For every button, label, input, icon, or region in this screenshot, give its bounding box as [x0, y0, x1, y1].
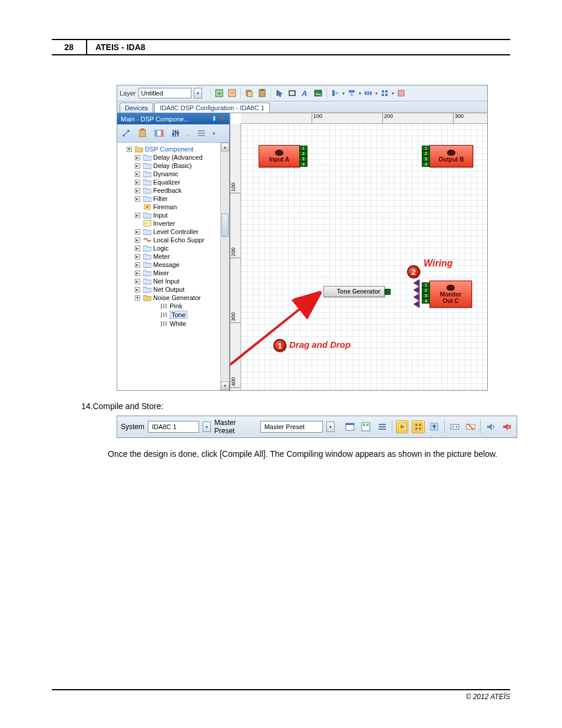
expand-icon[interactable]: ▸ [135, 287, 140, 292]
output-pin[interactable] [385, 289, 391, 295]
scroll-up-icon[interactable]: ▴ [221, 143, 229, 151]
block-input-a[interactable]: Input A 1 2 3 4 [259, 145, 300, 167]
tree-item[interactable]: ▸Level Controller [135, 228, 228, 236]
component-tree[interactable]: ▾ DSP Component ▸Delay (Advanced▸Delay (… [117, 143, 229, 390]
pointer-tool-icon[interactable] [273, 87, 285, 99]
scrollbar[interactable]: ▴ ▾ [220, 143, 229, 390]
tree-item[interactable]: ▸Delay (Basic) [135, 162, 228, 170]
tree-item[interactable]: ▾Noise Generator [135, 294, 228, 302]
tree-item[interactable]: ▸Net Output [135, 285, 228, 294]
tree-item[interactable]: ~Tone [143, 310, 228, 319]
connect-device-icon[interactable] [448, 420, 461, 433]
design-canvas[interactable]: Input A 1 2 3 4 Output B 1 [241, 124, 487, 390]
add-layer-icon[interactable]: + [213, 87, 225, 99]
expand-icon[interactable]: ▸ [135, 229, 140, 235]
list-icon[interactable] [196, 128, 207, 139]
input-pin[interactable]: 1 [422, 146, 430, 151]
grid-icon[interactable] [379, 87, 391, 99]
system-select[interactable]: IDA8C 1 [148, 421, 199, 433]
input-pin[interactable]: 4 [422, 162, 430, 167]
preset-select[interactable]: Master Preset [260, 421, 323, 433]
preset-dropdown-arrow[interactable]: ▾ [326, 421, 335, 432]
close-icon[interactable]: ✕ [220, 115, 226, 123]
tree-item[interactable]: ▸Input [135, 211, 228, 219]
tab-dsp-config[interactable]: IDA8C DSP Configuration - IDA8C 1 [154, 103, 270, 113]
audio-mixer-icon[interactable] [170, 128, 181, 139]
remove-layer-icon[interactable]: − [226, 87, 238, 99]
scroll-thumb[interactable] [222, 213, 229, 237]
dropdown-caret-icon[interactable]: ▾ [213, 131, 215, 136]
expand-icon[interactable]: ▸ [135, 180, 140, 185]
expand-icon[interactable]: ▸ [135, 238, 140, 243]
tree-root[interactable]: ▾ DSP Component [127, 145, 228, 153]
tree-item[interactable]: ▸Net Input [135, 277, 228, 285]
tree-item[interactable]: ▸Dynamic [135, 170, 228, 178]
output-pin[interactable]: 1 [299, 146, 308, 151]
expand-icon[interactable]: ▸ [135, 188, 140, 193]
paste-icon[interactable] [256, 87, 268, 99]
align-top-icon[interactable] [346, 87, 358, 99]
input-pin[interactable]: 2 [422, 151, 430, 156]
schedule-icon[interactable] [343, 420, 356, 433]
clipboard-icon[interactable] [137, 128, 148, 139]
layer-dropdown-arrow[interactable]: ▾ [194, 88, 202, 98]
list-view-icon[interactable] [376, 420, 388, 433]
tree-item[interactable]: ▸Equalizer [135, 178, 228, 186]
expand-icon[interactable]: ▸ [135, 155, 140, 160]
collapse-icon[interactable]: ▾ [127, 147, 132, 152]
scroll-down-icon[interactable]: ▾ [221, 381, 229, 390]
expand-icon[interactable]: ▸ [135, 279, 140, 284]
expand-icon[interactable]: ▸ [135, 172, 140, 177]
tree-item[interactable]: ▸Logic [135, 244, 228, 252]
disconnect-device-icon[interactable] [464, 420, 477, 433]
input-pin[interactable]: 3 [422, 156, 430, 162]
tree-item[interactable]: ▸Meter [135, 252, 228, 261]
layer-input[interactable] [138, 88, 191, 98]
store-icon[interactable] [428, 420, 441, 433]
dropdown-caret-icon[interactable]: ▾ [375, 91, 378, 96]
connect-icon[interactable] [121, 128, 131, 139]
block-output-b[interactable]: Output B 1 2 3 4 [429, 145, 473, 167]
expand-icon[interactable]: ▸ [135, 254, 140, 259]
expand-icon[interactable]: ▸ [135, 246, 140, 251]
tree-item[interactable]: ▸Mixer [135, 269, 228, 277]
tree-item[interactable]: ▸Filter [135, 195, 228, 203]
expand-icon[interactable]: ▸ [135, 262, 140, 268]
copy-icon[interactable] [243, 87, 255, 99]
expand-icon[interactable]: ▸ [135, 196, 140, 202]
text-tool-icon[interactable]: A [299, 87, 311, 99]
tree-item[interactable]: ~Inverter [135, 219, 228, 228]
tree-item[interactable]: ~Pink [143, 302, 228, 310]
rect-tool-icon[interactable] [286, 87, 298, 99]
dropdown-caret-icon[interactable]: ▾ [359, 91, 361, 96]
speaker-icon[interactable] [484, 420, 497, 433]
dropdown-caret-icon[interactable]: ▾ [342, 91, 345, 96]
tree-item[interactable]: ▸Message [135, 261, 228, 269]
expand-icon[interactable]: ▸ [135, 271, 140, 276]
system-dropdown-arrow[interactable]: ▾ [203, 421, 211, 432]
pin-icon[interactable]: ⬍ [211, 115, 217, 123]
tab-devices[interactable]: Devices [120, 103, 153, 113]
block-tone-generator[interactable]: Tone Generator [323, 286, 385, 297]
dropdown-caret-icon[interactable]: ▾ [392, 91, 394, 96]
tree-item[interactable]: ▸Local Echo Suppr [135, 236, 228, 244]
output-pin[interactable]: 4 [299, 162, 308, 167]
compile-icon[interactable] [396, 420, 408, 433]
block-monitor-out-c[interactable]: Monitor Out C 1 2 3 4 [429, 281, 472, 308]
tree-item[interactable]: Fireman [135, 203, 228, 211]
tree-item[interactable]: ▸Feedback [135, 186, 228, 195]
mute-icon[interactable] [501, 420, 513, 433]
output-pin[interactable]: 2 [299, 151, 308, 156]
align-left-icon[interactable] [329, 87, 341, 99]
image-tool-icon[interactable] [312, 87, 324, 99]
component-icon[interactable] [154, 128, 164, 139]
compile-all-icon[interactable] [412, 420, 424, 433]
tree-item[interactable]: ▸Delay (Advanced [135, 153, 228, 162]
matrix-icon[interactable] [360, 420, 372, 433]
misc-tool-icon[interactable] [395, 87, 407, 99]
expand-icon[interactable]: ▾ [135, 295, 140, 301]
expand-icon[interactable]: ▸ [135, 213, 140, 218]
expand-icon[interactable]: ▸ [135, 163, 140, 169]
distribute-h-icon[interactable] [362, 87, 374, 99]
tree-item[interactable]: ~White [143, 319, 228, 328]
